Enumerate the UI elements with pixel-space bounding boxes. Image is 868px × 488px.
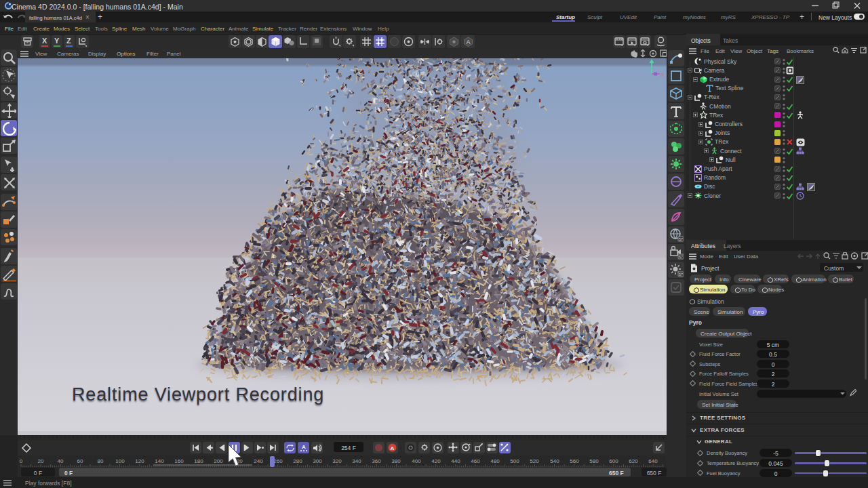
svg-text:540: 540 — [550, 458, 559, 464]
svg-text:620: 620 — [629, 458, 638, 464]
svg-text:57: 57 — [679, 255, 683, 259]
svg-text:300: 300 — [313, 458, 322, 464]
svg-text:57: 57 — [679, 237, 683, 241]
svg-text:57: 57 — [679, 272, 683, 277]
svg-text:260: 260 — [273, 458, 283, 464]
svg-text:A: A — [466, 39, 470, 45]
svg-text:340: 340 — [352, 458, 361, 464]
svg-text:120: 120 — [135, 458, 144, 464]
svg-text:480: 480 — [490, 458, 500, 464]
svg-text:160: 160 — [174, 458, 184, 464]
svg-text:500: 500 — [510, 458, 519, 464]
svg-text:20: 20 — [38, 458, 44, 464]
svg-text:240: 240 — [254, 458, 263, 464]
svg-text:80: 80 — [98, 458, 104, 464]
svg-text:280: 280 — [293, 458, 302, 464]
svg-text:360: 360 — [372, 458, 381, 464]
svg-text:640: 640 — [648, 458, 658, 464]
svg-text:40: 40 — [58, 458, 64, 464]
svg-text:200: 200 — [214, 458, 223, 464]
svg-text:A: A — [391, 445, 395, 451]
svg-text:400: 400 — [412, 458, 421, 464]
svg-text:0: 0 — [20, 458, 23, 464]
svg-text:X: X — [660, 72, 665, 78]
svg-text:320: 320 — [332, 458, 342, 464]
svg-text:100: 100 — [115, 458, 125, 464]
svg-text:60: 60 — [77, 458, 83, 464]
svg-text:440: 440 — [451, 458, 460, 464]
svg-text:560: 560 — [570, 458, 579, 464]
svg-text:460: 460 — [471, 458, 480, 464]
svg-text:520: 520 — [530, 458, 539, 464]
svg-text:380: 380 — [391, 458, 401, 464]
svg-text:420: 420 — [431, 458, 441, 464]
svg-text:580: 580 — [589, 458, 599, 464]
svg-text:140: 140 — [155, 458, 164, 464]
svg-text:A: A — [302, 444, 306, 450]
svg-text:600: 600 — [609, 458, 618, 464]
svg-text:180: 180 — [194, 458, 203, 464]
